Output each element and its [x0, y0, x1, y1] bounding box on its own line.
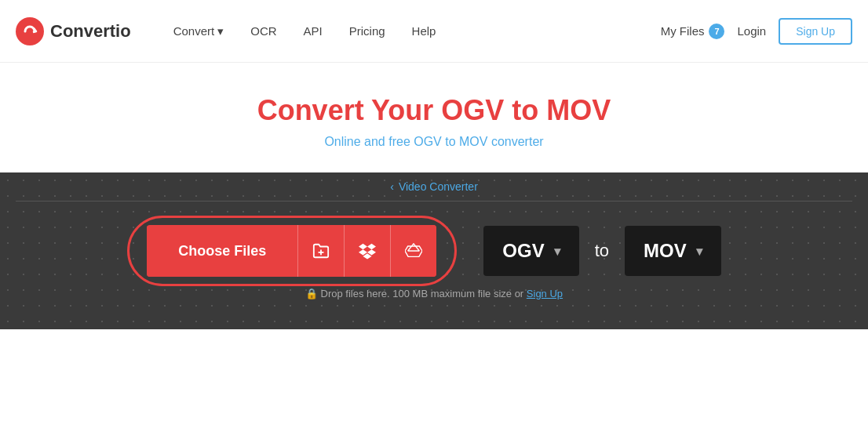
- header: Convertio Convert ▾ OCR API Pricing Help…: [0, 0, 868, 63]
- nav-convert[interactable]: Convert ▾: [162, 18, 235, 45]
- logo-area[interactable]: Convertio: [16, 17, 131, 45]
- breadcrumb-label: Video Converter: [399, 180, 478, 193]
- logo-icon: [16, 17, 44, 45]
- conversion-row: OGV ▾ to MOV ▾: [483, 226, 720, 276]
- dropbox-icon: [359, 242, 376, 260]
- folder-link-icon: [312, 242, 330, 260]
- drop-signup-link[interactable]: Sign Up: [527, 288, 563, 299]
- source-format-label: OGV: [502, 240, 544, 262]
- header-right: My Files 7 Login Sign Up: [661, 18, 852, 45]
- source-format-chevron: ▾: [554, 244, 560, 259]
- converter-main: Choose Files: [16, 225, 852, 277]
- logo-text: Convertio: [50, 21, 131, 42]
- nav-help[interactable]: Help: [401, 18, 447, 44]
- breadcrumb-icon: ‹: [390, 180, 394, 193]
- google-drive-icon: [405, 242, 422, 260]
- file-buttons-group: Choose Files: [147, 225, 436, 277]
- target-format-label: MOV: [644, 240, 687, 262]
- chevron-down-icon: ▾: [217, 24, 224, 38]
- svg-point-0: [16, 17, 44, 45]
- file-from-url-button[interactable]: [297, 225, 344, 277]
- drop-info-text: Drop files here. 100 MB maximum file siz…: [321, 288, 524, 299]
- converter-section: ‹ Video Converter Choose Files: [0, 172, 868, 329]
- login-button[interactable]: Login: [737, 24, 766, 38]
- source-format-button[interactable]: OGV ▾: [483, 226, 578, 276]
- target-format-button[interactable]: MOV ▾: [625, 226, 721, 276]
- to-label: to: [595, 241, 609, 261]
- breadcrumb-bar: ‹ Video Converter: [16, 172, 852, 201]
- choose-files-section: Choose Files: [147, 225, 436, 277]
- hero-title: Convert Your OGV to MOV: [16, 94, 852, 127]
- google-drive-button[interactable]: [390, 225, 436, 277]
- signup-button[interactable]: Sign Up: [779, 18, 852, 45]
- nav-pricing[interactable]: Pricing: [338, 18, 396, 44]
- hero-section: Convert Your OGV to MOV Online and free …: [0, 63, 868, 172]
- my-files-badge: 7: [709, 24, 724, 39]
- nav-ocr[interactable]: OCR: [239, 18, 287, 44]
- hero-subtitle: Online and free OGV to MOV converter: [16, 135, 852, 149]
- target-format-chevron: ▾: [696, 244, 702, 259]
- my-files[interactable]: My Files 7: [661, 24, 725, 39]
- drop-info: 🔒 Drop files here. 100 MB maximum file s…: [16, 288, 852, 299]
- main-nav: Convert ▾ OCR API Pricing Help: [162, 18, 661, 45]
- nav-api[interactable]: API: [293, 18, 334, 44]
- dropbox-button[interactable]: [344, 225, 390, 277]
- choose-files-button[interactable]: Choose Files: [147, 226, 297, 277]
- lock-icon: 🔒: [305, 288, 318, 299]
